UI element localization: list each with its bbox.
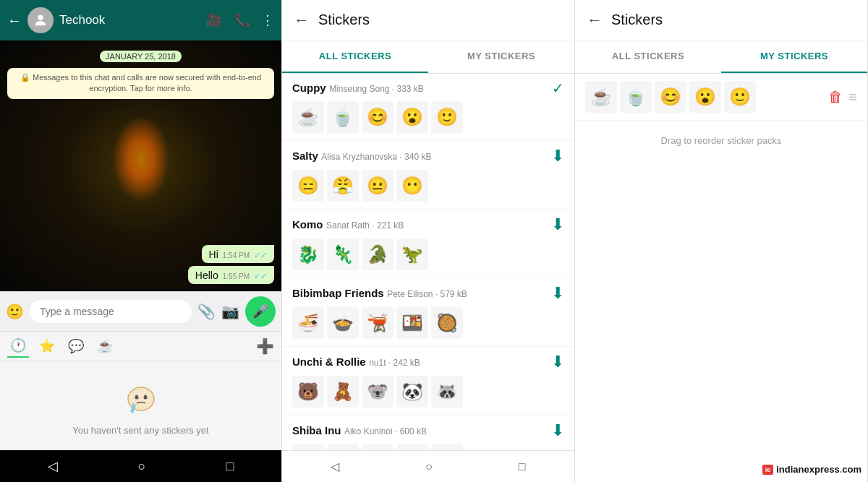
sticker-item[interactable]: 🐼	[396, 376, 428, 408]
chat-title: Techook	[59, 13, 200, 27]
pack-shiba-name: Shiba Inu	[292, 424, 341, 436]
recents-nav-btn[interactable]: □	[226, 459, 234, 474]
sticker-item[interactable]: 🙂	[724, 81, 756, 113]
panel2-title: Stickers	[318, 12, 370, 28]
pack-cuppy-author: Minseung Song · 333 kB	[329, 84, 424, 94]
sticker-item[interactable]: 🍲	[327, 307, 359, 339]
sticker-item[interactable]: 🐉	[292, 238, 324, 270]
mic-button[interactable]: 🎤	[245, 296, 276, 327]
panel2-back-nav[interactable]: ◁	[331, 460, 339, 473]
pack-unchi-name: Unchi & Rollie	[292, 356, 366, 368]
sticker-item[interactable]: 😮	[396, 101, 428, 133]
pack-cuppy-info: Cuppy Minseung Song · 333 kB	[292, 82, 424, 95]
pack-komo-download[interactable]: ⬇	[551, 215, 564, 234]
sticker-empty-state: You haven't sent any stickers yet	[0, 361, 281, 450]
sticker-item[interactable]: 🐾	[396, 444, 428, 450]
svg-point-3	[143, 396, 147, 400]
message-time-2: 1:55 PM	[223, 272, 250, 280]
recent-sticker-tab[interactable]: 🕐	[7, 335, 29, 358]
panel3-back-icon[interactable]: ←	[587, 11, 603, 30]
sticker-item[interactable]: ☕	[292, 101, 324, 133]
panel2-back-icon[interactable]: ←	[294, 11, 310, 30]
pack-cuppy-name: Cuppy	[292, 82, 326, 94]
sticker-item[interactable]: 🦖	[396, 238, 428, 270]
sticker-item[interactable]: 😐	[362, 170, 393, 202]
watermark-logo: ie	[762, 465, 774, 475]
stickers-tabs: ALL STICKERS MY STICKERS	[282, 40, 574, 74]
sticker-item[interactable]: 🙂	[431, 101, 463, 133]
sticker-pack-tab[interactable]: ☕	[94, 335, 116, 357]
sticker-item[interactable]: 🐩	[431, 444, 463, 450]
reorder-pack-icon[interactable]: ≡	[848, 89, 857, 106]
sticker-item[interactable]: ☕	[585, 81, 617, 113]
message-text-1: Hi	[209, 249, 218, 260]
pack-komo: Komo Sanat Rath · 221 kB ⬇ 🐉 🦎 🐊 🦖	[282, 210, 574, 278]
pack-bibimbap-info: Bibimbap Friends Pete Ellison · 579 kB	[292, 287, 467, 300]
sticker-item[interactable]: 🍵	[620, 81, 652, 113]
more-options-icon[interactable]: ⋮	[261, 12, 274, 28]
tab3-my-stickers[interactable]: MY STICKERS	[721, 40, 867, 73]
back-nav-btn[interactable]: ◁	[48, 458, 58, 474]
pack-cuppy-stickers: ☕ 🍵 😊 😮 🙂	[292, 101, 564, 137]
add-sticker-icon[interactable]: ➕	[256, 337, 274, 355]
pack-bibimbap-stickers: 🍜 🍲 🫕 🍱 🥘	[292, 307, 564, 343]
encryption-notice[interactable]: 🔒 Messages to this chat and calls are no…	[7, 68, 274, 99]
sticker-item[interactable]: 😤	[327, 170, 359, 202]
sticker-item[interactable]: 😊	[655, 81, 686, 113]
sticker-item[interactable]: 🦎	[327, 238, 359, 270]
sticker-item[interactable]: 😑	[292, 170, 324, 202]
tab-my-stickers[interactable]: MY STICKERS	[428, 40, 574, 73]
sticker-item[interactable]: 🍱	[396, 307, 428, 339]
pack-unchi-info: Unchi & Rollie nu1t · 242 kB	[292, 356, 420, 369]
sticker-item[interactable]: 😶	[396, 170, 428, 202]
pack-salty-author: Alisa Kryzhanovska · 340 kB	[321, 152, 431, 162]
pack-bibimbap-download[interactable]: ⬇	[551, 284, 564, 303]
sticker-item[interactable]: 🐻	[292, 376, 324, 408]
message-input[interactable]	[30, 300, 192, 323]
pack-salty-download[interactable]: ⬇	[551, 147, 564, 165]
sticker-item[interactable]: 🐊	[362, 238, 393, 270]
sticker-item[interactable]: 🫕	[362, 307, 393, 339]
sticker-item[interactable]: 🦊	[362, 444, 393, 450]
chat-back-icon[interactable]: ←	[7, 12, 22, 29]
home-nav-btn[interactable]: ○	[138, 459, 146, 474]
sticker-item[interactable]: 🐶	[327, 444, 359, 450]
pack-shiba-stickers: 🐕 🐶 🦊 🐾 🐩	[292, 444, 564, 450]
camera-icon[interactable]: 📷	[221, 303, 239, 320]
sticker-item[interactable]: 😊	[362, 101, 393, 133]
pack-salty-stickers: 😑 😤 😐 😶	[292, 170, 564, 206]
pack-unchi-download[interactable]: ⬇	[551, 353, 564, 371]
phone-call-icon[interactable]: 📞	[234, 12, 250, 28]
panel3-title: Stickers	[611, 12, 663, 28]
video-call-icon[interactable]: 🎥	[206, 12, 222, 28]
chat-sticker-tab[interactable]: 💬	[65, 335, 87, 357]
attach-icon[interactable]: 📎	[197, 303, 216, 320]
pack-salty-name: Salty	[292, 150, 318, 162]
chat-messages: Hi 1:54 PM ✓✓ Hello 1:55 PM ✓✓	[7, 245, 274, 284]
sticker-item[interactable]: 🍜	[292, 307, 324, 339]
tab3-all-stickers[interactable]: ALL STICKERS	[575, 40, 721, 73]
sticker-item[interactable]: 🥘	[431, 307, 463, 339]
tab-all-stickers[interactable]: ALL STICKERS	[282, 40, 428, 73]
pack-komo-name: Komo	[292, 218, 323, 231]
sticker-item[interactable]: 🐕	[292, 444, 324, 450]
message-ticks-1: ✓✓	[254, 251, 267, 260]
pack-shiba-download[interactable]: ⬇	[551, 421, 564, 440]
sticker-item[interactable]: 🐨	[362, 376, 393, 408]
sticker-item[interactable]: 😮	[689, 81, 721, 113]
pack-unchi-stickers: 🐻 🧸 🐨 🐼 🦝	[292, 376, 564, 412]
empty-sticker-icon	[119, 376, 163, 419]
delete-pack-icon[interactable]: 🗑	[828, 89, 843, 106]
lantern-decoration	[112, 116, 170, 202]
sticker-item[interactable]: 🧸	[327, 376, 359, 408]
panel2-recents-nav[interactable]: □	[519, 460, 526, 473]
favorite-sticker-tab[interactable]: ⭐	[36, 335, 58, 357]
message-bubble-1: Hi 1:54 PM ✓✓	[202, 245, 274, 263]
sticker-item[interactable]: 🍵	[327, 101, 359, 133]
pack-cuppy-meta: Cuppy Minseung Song · 333 kB ✓	[292, 79, 564, 97]
chat-body: JANUARY 25, 2018 🔒 Messages to this chat…	[0, 40, 281, 291]
sticker-item[interactable]: 🦝	[431, 376, 463, 408]
emoji-icon[interactable]: 🙂	[6, 303, 24, 320]
panel2-home-nav[interactable]: ○	[425, 460, 433, 473]
all-stickers-panel: ← Stickers ALL STICKERS MY STICKERS Cupp…	[282, 0, 575, 482]
